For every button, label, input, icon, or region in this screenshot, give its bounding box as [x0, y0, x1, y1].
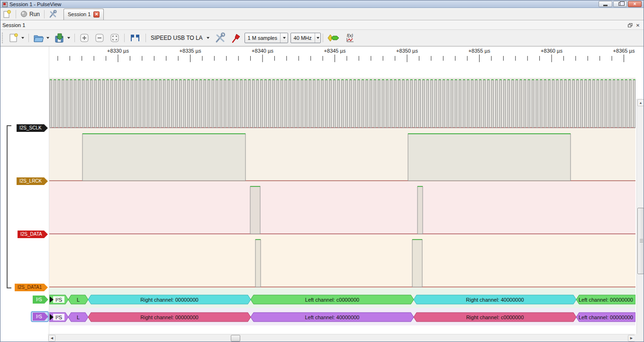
- vertical-scrollbar[interactable]: ▲ ▼: [636, 99, 644, 342]
- channel-group-bracket-top: [7, 125, 11, 126]
- svg-text:Right channel: c0000000: Right channel: c0000000: [466, 314, 524, 320]
- vertical-scroll-thumb[interactable]: [637, 208, 644, 274]
- run-icon: [20, 10, 27, 18]
- wrench-icon: [49, 10, 57, 18]
- dock-header: Session 1 ✕: [0, 21, 644, 30]
- svg-text:L: L: [77, 314, 80, 320]
- float-icon: [628, 23, 633, 28]
- save-menu-arrow[interactable]: [67, 37, 70, 39]
- bottom-left-spacer: [0, 334, 48, 342]
- sample-count-value: 1 M samples: [245, 35, 280, 41]
- save-icon: [54, 33, 64, 43]
- dock-float-button[interactable]: [626, 22, 634, 28]
- channel-tag-i2s-data[interactable]: I2S_DATA: [18, 231, 48, 238]
- close-button[interactable]: ✕: [628, 1, 642, 7]
- toolbar-handle[interactable]: [1, 32, 4, 44]
- sample-rate-value: 40 MHz: [291, 35, 315, 41]
- add-decoder-button[interactable]: [325, 33, 342, 43]
- svg-text:I²S: I²S: [55, 314, 62, 320]
- svg-text:+8365 µs: +8365 µs: [613, 48, 635, 54]
- channel-group-bracket[interactable]: [7, 125, 8, 288]
- svg-text:+8330 µs: +8330 µs: [107, 48, 129, 54]
- svg-text:Left channel: 00000000: Left channel: 00000000: [579, 297, 633, 303]
- dock-title: Session 1: [2, 22, 626, 28]
- svg-text:+8350 µs: +8350 µs: [396, 48, 418, 54]
- toolbar-separator: [28, 34, 29, 42]
- show-cursors-button[interactable]: [127, 33, 144, 43]
- title-bar[interactable]: Session 1 - PulseView ✕: [0, 0, 644, 8]
- probe-button[interactable]: [228, 33, 245, 43]
- scroll-left-button[interactable]: ◀: [48, 335, 55, 342]
- zoom-fit-button[interactable]: [107, 33, 122, 43]
- session-tab-label: Session 1: [68, 11, 91, 17]
- channels-wrench-icon: [215, 32, 226, 44]
- minimize-button[interactable]: [599, 1, 612, 7]
- toolbar-separator: [124, 34, 125, 42]
- zoom-in-button[interactable]: [77, 33, 92, 43]
- minimize-icon: [603, 5, 608, 6]
- toolbar-separator: [44, 10, 45, 18]
- device-selector-label: SIPEED USB TO LA: [151, 35, 203, 41]
- scroll-up-button[interactable]: ▲: [637, 99, 644, 106]
- add-math-signal-button[interactable]: f(x): [342, 33, 358, 43]
- svg-text:Right channel: 40000000: Right channel: 40000000: [466, 297, 524, 303]
- save-button[interactable]: [52, 33, 73, 43]
- toolbar-separator: [74, 34, 75, 42]
- device-selector[interactable]: SIPEED USB TO LA: [148, 32, 212, 44]
- pulseview-window: Session 1 - PulseView ✕ Run: [0, 0, 644, 342]
- horizontal-scrollbar[interactable]: ◀ ▶: [48, 334, 635, 342]
- channels-button[interactable]: [212, 33, 228, 43]
- waveform-view[interactable]: I2S_SCLK I2S_LRCK I2S_DATA I2S_DATA1 I²S…: [0, 46, 644, 334]
- svg-text:+8345 µs: +8345 µs: [324, 48, 346, 54]
- channel-group-bracket-bottom: [7, 287, 11, 288]
- svg-text:Left channel: 00000000: Left channel: 00000000: [579, 314, 633, 320]
- svg-text:+8360 µs: +8360 µs: [541, 48, 562, 54]
- scrollbar-corner: [635, 334, 644, 342]
- horizontal-scroll-thumb[interactable]: [231, 335, 240, 342]
- svg-text:Right channel: 00000000: Right channel: 00000000: [140, 314, 198, 320]
- tab-close-icon[interactable]: ✕: [93, 11, 100, 18]
- open-button[interactable]: [31, 33, 52, 43]
- scroll-right-button[interactable]: ▶: [628, 335, 635, 342]
- scroll-thumb-grip: [640, 239, 643, 243]
- svg-text:Right channel: 00000000: Right channel: 00000000: [140, 297, 198, 303]
- run-button-label: Run: [29, 11, 40, 18]
- main-toolbar: Run Session 1 ✕: [0, 9, 644, 20]
- new-file-button[interactable]: [6, 33, 27, 43]
- run-button[interactable]: Run: [18, 9, 42, 19]
- device-selector-arrow: [207, 37, 209, 39]
- session-toolbar: SIPEED USB TO LA 1 M samples 40 MHz: [0, 30, 644, 46]
- svg-text:L: L: [77, 297, 80, 303]
- session-tab[interactable]: Session 1 ✕: [63, 9, 104, 20]
- svg-text:+8340 µs: +8340 µs: [252, 48, 273, 54]
- sample-count-select[interactable]: 1 M samples: [245, 33, 288, 43]
- new-file-icon: [8, 33, 18, 43]
- settings-button[interactable]: [46, 9, 60, 19]
- toolbar-separator: [16, 10, 16, 18]
- sample-rate-select[interactable]: 40 MHz: [290, 33, 321, 43]
- channel-tag-i2s-sclk[interactable]: I2S_SCLK: [17, 124, 48, 132]
- math-signal-icon: f(x): [345, 33, 356, 43]
- decoder-tag-i2s-1[interactable]: I²S: [33, 296, 48, 304]
- svg-text:+8355 µs: +8355 µs: [469, 48, 490, 54]
- zoom-out-button[interactable]: [92, 33, 107, 43]
- open-folder-icon: [33, 33, 44, 43]
- dock-close-button[interactable]: ✕: [634, 22, 642, 28]
- svg-text:I²S: I²S: [55, 297, 62, 303]
- zoom-in-icon: [79, 33, 90, 43]
- svg-text:f(x): f(x): [347, 33, 353, 38]
- trace-area[interactable]: +8330 µs+8335 µs+8340 µs+8345 µs+8350 µs…: [49, 46, 635, 334]
- new-session-icon: [3, 10, 11, 18]
- svg-text:+8335 µs: +8335 µs: [180, 48, 201, 54]
- open-menu-arrow[interactable]: [46, 37, 49, 39]
- restore-button[interactable]: [613, 1, 627, 7]
- channel-tag-i2s-lrck[interactable]: I2S_LRCK: [17, 177, 48, 185]
- zoom-out-icon: [94, 33, 105, 43]
- new-file-menu-arrow[interactable]: [21, 37, 24, 39]
- new-session-button[interactable]: [0, 9, 14, 19]
- sample-rate-arrow: [315, 33, 320, 43]
- toolbar-separator: [323, 34, 323, 42]
- channel-tag-i2s-data1[interactable]: I2S_DATA1: [15, 284, 48, 291]
- probe-icon: [231, 32, 242, 44]
- svg-text:Left channel: 40000000: Left channel: 40000000: [305, 314, 360, 320]
